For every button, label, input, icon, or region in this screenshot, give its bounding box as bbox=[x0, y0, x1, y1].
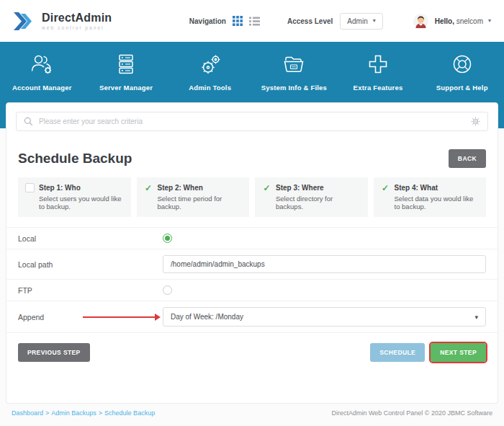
step-item[interactable]: Step 2: When Select time period for back… bbox=[137, 177, 250, 217]
nav-item-server-manager[interactable]: Server Manager bbox=[84, 51, 168, 92]
steps-row: Step 1: Who Select users you would like … bbox=[6, 177, 498, 217]
grid-view-icon[interactable] bbox=[233, 16, 243, 26]
access-level-control: Access Level Admin ▾ bbox=[287, 13, 383, 30]
copyright-text: DirectAdmin Web Control Panel © 2020 JBM… bbox=[331, 409, 492, 417]
chevron-down-icon: ▾ bbox=[488, 18, 491, 24]
nav-item-label: Server Manager bbox=[99, 84, 153, 92]
logo-chevrons-icon bbox=[13, 12, 36, 31]
list-view-icon[interactable] bbox=[249, 17, 260, 26]
server-stack-icon bbox=[113, 51, 139, 77]
append-row: Append Day of Week: /Monday ▾ bbox=[6, 301, 498, 333]
step-check-icon bbox=[144, 183, 153, 192]
step-item[interactable]: Step 4: What Select data you would like … bbox=[374, 177, 487, 217]
search-input[interactable] bbox=[39, 117, 465, 125]
footer: Dashboard>Admin Backups>Schedule Backup … bbox=[0, 404, 504, 417]
breadcrumb-separator: > bbox=[45, 409, 49, 417]
step-title: Step 3: Where bbox=[276, 184, 324, 192]
local-radio[interactable] bbox=[163, 234, 172, 243]
chevron-down-icon: ▾ bbox=[474, 314, 478, 321]
nav-item-label: Support & Help bbox=[436, 84, 488, 92]
next-step-button[interactable]: NEXT STEP bbox=[431, 343, 486, 362]
main-nav: Account Manager Server Manager bbox=[0, 42, 504, 92]
local-path-label: Local path bbox=[18, 260, 163, 269]
step-title: Step 2: When bbox=[158, 184, 203, 192]
access-level-label: Access Level bbox=[287, 17, 333, 25]
append-selected-value: Day of Week: /Monday bbox=[171, 313, 243, 321]
ftp-radio[interactable] bbox=[163, 285, 172, 295]
gears-icon bbox=[197, 51, 223, 77]
folder-icon bbox=[281, 51, 307, 77]
greeting-hello: Hello, bbox=[435, 17, 454, 25]
user-greeting: Hello, snelcom bbox=[435, 17, 483, 25]
content-card: Schedule Backup BACK Step 1: Who Select … bbox=[6, 102, 498, 404]
local-label: Local bbox=[18, 234, 163, 243]
breadcrumb-schedule-backup[interactable]: Schedule Backup bbox=[104, 409, 155, 417]
life-ring-icon bbox=[449, 51, 475, 77]
navigation-switcher: Navigation bbox=[189, 16, 260, 26]
navigation-label: Navigation bbox=[189, 17, 226, 25]
title-row: Schedule Backup BACK bbox=[6, 138, 498, 177]
step-description: Select users you would like to backup. bbox=[39, 195, 124, 210]
ftp-label: FTP bbox=[18, 286, 163, 295]
step-checkbox-icon bbox=[25, 183, 35, 192]
step-title: Step 1: Who bbox=[39, 184, 81, 192]
breadcrumb: Dashboard>Admin Backups>Schedule Backup bbox=[12, 409, 155, 417]
greeting-username: snelcom bbox=[456, 17, 483, 25]
ftp-row: FTP bbox=[6, 280, 498, 301]
local-path-row: Local path bbox=[6, 249, 498, 280]
step-check-icon bbox=[381, 183, 390, 192]
step-item[interactable]: Step 3: Where Select directory for backu… bbox=[255, 177, 368, 217]
step-check-icon bbox=[262, 183, 271, 192]
logo-title: DirectAdmin bbox=[42, 12, 112, 25]
step-description: Select time period for backup. bbox=[158, 195, 243, 210]
nav-item-account-manager[interactable]: Account Manager bbox=[0, 51, 84, 92]
previous-step-button[interactable]: PREVIOUS STEP bbox=[18, 343, 90, 362]
search-settings-gear-icon[interactable] bbox=[471, 117, 480, 126]
nav-item-extra-features[interactable]: Extra Features bbox=[336, 51, 420, 92]
plus-icon bbox=[365, 51, 391, 77]
search-row bbox=[6, 103, 498, 138]
avatar bbox=[413, 14, 428, 29]
step-title: Step 4: What bbox=[395, 184, 438, 192]
nav-item-label: System Info & Files bbox=[261, 84, 327, 92]
access-level-dropdown[interactable]: Admin ▾ bbox=[340, 13, 382, 30]
access-level-value: Admin bbox=[347, 17, 367, 25]
top-header: DirectAdmin web control panel Navigation bbox=[0, 0, 504, 42]
search-icon bbox=[24, 117, 33, 126]
search-box bbox=[16, 112, 488, 131]
schedule-button[interactable]: SCHEDULE bbox=[370, 343, 425, 362]
step-item[interactable]: Step 1: Who Select users you would like … bbox=[18, 177, 131, 217]
users-gear-icon bbox=[29, 51, 55, 77]
chevron-down-icon: ▾ bbox=[373, 18, 376, 24]
breadcrumb-dashboard[interactable]: Dashboard bbox=[12, 409, 43, 417]
local-path-input[interactable] bbox=[163, 255, 486, 273]
nav-item-label: Account Manager bbox=[12, 84, 72, 92]
nav-item-label: Admin Tools bbox=[189, 84, 231, 92]
step-description: Select data you would like to backup. bbox=[395, 195, 480, 210]
breadcrumb-separator: > bbox=[99, 409, 102, 417]
logo-subtitle: web control panel bbox=[42, 25, 112, 30]
nav-item-system-info-files[interactable]: System Info & Files bbox=[252, 51, 336, 92]
user-menu[interactable]: Hello, snelcom ▾ bbox=[413, 14, 491, 29]
directadmin-logo[interactable]: DirectAdmin web control panel bbox=[13, 12, 112, 31]
append-dropdown[interactable]: Day of Week: /Monday ▾ bbox=[163, 307, 486, 327]
breadcrumb-admin-backups[interactable]: Admin Backups bbox=[51, 409, 96, 417]
backup-form: Local Local path FTP Append Day of Week:… bbox=[6, 227, 498, 333]
back-button[interactable]: BACK bbox=[449, 149, 486, 168]
logo-text: DirectAdmin web control panel bbox=[42, 12, 112, 30]
actions-row: PREVIOUS STEP SCHEDULE NEXT STEP bbox=[6, 333, 498, 372]
page-title: Schedule Backup bbox=[18, 151, 132, 167]
nav-item-admin-tools[interactable]: Admin Tools bbox=[168, 51, 252, 92]
nav-item-label: Extra Features bbox=[354, 84, 403, 92]
step-description: Select directory for backups. bbox=[276, 195, 361, 210]
local-row: Local bbox=[6, 228, 498, 249]
nav-item-support-help[interactable]: Support & Help bbox=[420, 51, 504, 92]
annotation-arrow bbox=[83, 316, 159, 318]
